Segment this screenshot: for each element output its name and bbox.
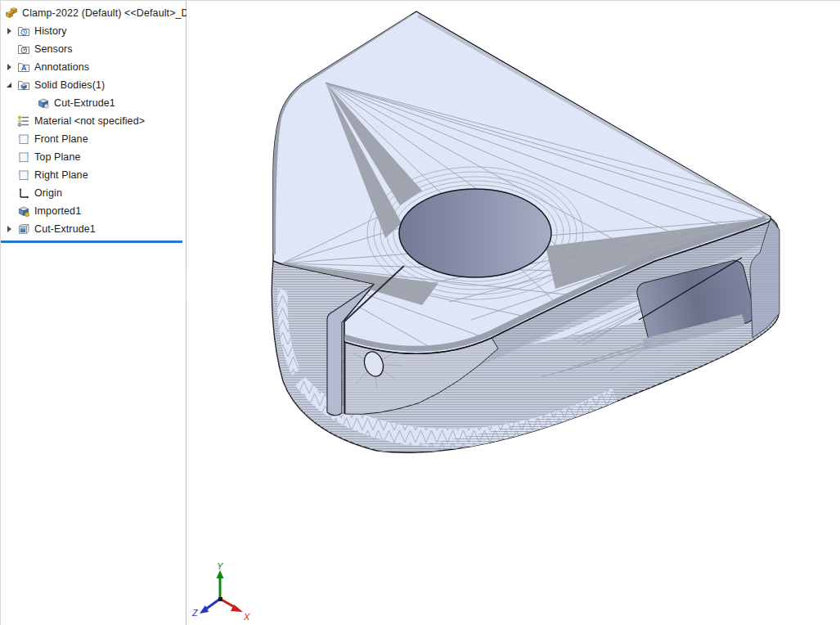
tree-item-sensors[interactable]: Sensors [1,40,186,58]
tree-item-material[interactable]: Material <not specified> [1,112,186,130]
solid-body-icon [37,97,50,110]
triad-z-label: Z [191,608,199,618]
expand-arrow-icon[interactable] [1,226,17,232]
expand-arrow-icon[interactable] [1,28,17,34]
part-icon [5,7,18,20]
imported-body-icon [17,205,30,218]
tree-item-imported1[interactable]: Imported1 [1,202,186,220]
tree-item-history[interactable]: History [1,22,186,40]
plane-icon [17,151,30,164]
history-folder-icon [17,25,30,38]
orientation-triad: Y X Z [191,561,250,622]
tree-root-label: Clamp-2022 (Default) <<Default>_Dis [22,7,196,19]
tree-item-solid-bodies[interactable]: Solid Bodies(1) [1,76,186,94]
tree-item-right-plane[interactable]: Right Plane [1,166,186,184]
sensors-folder-icon [17,43,30,56]
cut-extrude-icon [17,223,30,236]
solidworks-window: Clamp-2022 (Default) <<Default>_Dis Hist… [0,0,840,625]
annotations-folder-icon [17,61,30,74]
tree-root-item[interactable]: Clamp-2022 (Default) <<Default>_Dis [1,4,186,22]
collapse-arrow-icon[interactable] [1,83,17,88]
expand-arrow-icon[interactable] [1,64,17,70]
plane-icon [17,169,30,182]
triad-y-label: Y [217,561,223,571]
tree-item-front-plane[interactable]: Front Plane [1,130,186,148]
origin-icon [17,187,30,200]
tree-item-top-plane[interactable]: Top Plane [1,148,186,166]
model-bore[interactable] [399,189,551,277]
triad-x-label: X [243,612,250,622]
feature-manager-panel: Clamp-2022 (Default) <<Default>_Dis Hist… [1,1,186,625]
tree-item-solid-body-cut-extrude1[interactable]: Cut-Extrude1 [1,94,186,112]
plane-icon [17,133,30,146]
graphics-viewport[interactable]: Y X Z [186,1,840,625]
rollback-bar[interactable] [1,241,182,243]
model-canvas[interactable]: Y X Z [186,1,840,625]
material-icon [17,115,30,128]
tree-item-annotations[interactable]: Annotations [1,58,186,76]
tree-item-origin[interactable]: Origin [1,184,186,202]
tree-item-cut-extrude1[interactable]: Cut-Extrude1 [1,220,186,238]
solid-bodies-folder-icon [17,79,30,92]
